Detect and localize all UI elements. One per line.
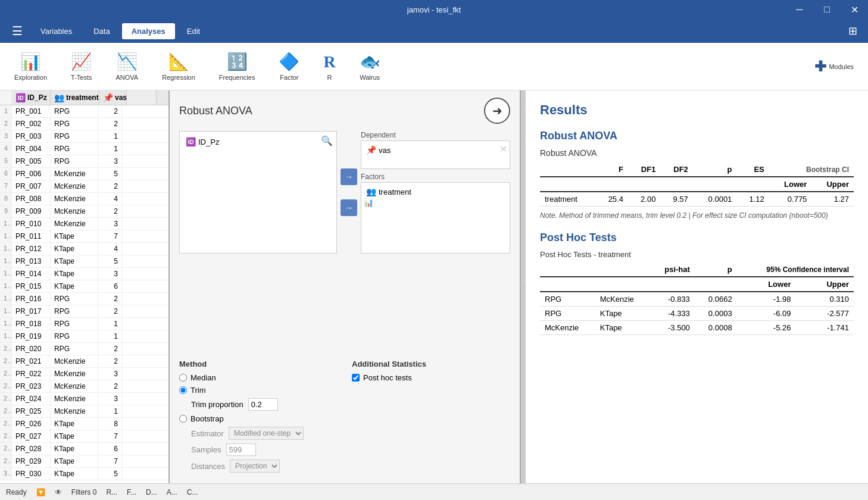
row-num-cell: 13 (0, 255, 12, 267)
anova-th2-df1 (628, 177, 660, 192)
table-row[interactable]: 13 PR_013 KTape 5 (0, 255, 168, 268)
table-row[interactable]: 29 PR_029 KTape 7 (0, 455, 168, 468)
bootstrap-radio[interactable] (179, 415, 187, 423)
results-panel: Results Robust ANOVA Robust ANOVA F DF1 … (526, 90, 868, 483)
toolbar-regression[interactable]: 📐 Regression (157, 49, 200, 83)
col-header-treatment[interactable]: 👥 treatment (51, 90, 99, 105)
table-row[interactable]: 3 PR_003 RPG 1 (0, 130, 168, 143)
table-row[interactable]: 20 PR_020 RPG 2 (0, 343, 168, 355)
toolbar-anova[interactable]: 📉 ANOVA (111, 49, 143, 83)
table-row[interactable]: 6 PR_006 McKenzie 5 (0, 168, 168, 180)
posthoc-checkbox[interactable] (352, 374, 360, 382)
menu-tab-analyses[interactable]: Analyses (122, 23, 175, 39)
ph-g2: KTape (595, 307, 651, 321)
expand-icon[interactable]: ⊞ (844, 22, 862, 40)
table-row[interactable]: 24 PR_024 McKenzie 3 (0, 393, 168, 405)
table-row[interactable]: 11 PR_011 KTape 7 (0, 230, 168, 243)
table-row[interactable]: 12 PR_012 KTape 4 (0, 243, 168, 255)
table-row[interactable]: 2 PR_002 RPG 2 (0, 118, 168, 130)
id-cell: PR_017 (12, 305, 51, 317)
spreadsheet-body[interactable]: 1 PR_001 RPG 2 2 PR_002 RPG 2 3 PR_003 R… (0, 105, 168, 483)
minimize-button[interactable]: ─ (786, 0, 813, 19)
anova-row-upper: 1.27 (811, 192, 854, 207)
distances-select[interactable]: Projection (230, 460, 280, 473)
var-source-box[interactable]: 🆔 ID_Pz 🔍 (179, 131, 337, 254)
toolbar-r[interactable]: R R (319, 50, 340, 83)
table-row[interactable]: 14 PR_014 KTape 3 (0, 268, 168, 280)
vas-cell: 5 (98, 468, 122, 480)
trim-proportion-row: Trim proportion (191, 398, 338, 411)
anova-row-f: 25.4 (595, 192, 627, 207)
id-cell: PR_023 (12, 380, 51, 392)
menu-tab-edit[interactable]: Edit (177, 23, 210, 39)
toolbar-frequencies[interactable]: 🔢 Frequencies (214, 49, 260, 83)
table-row[interactable]: 26 PR_026 KTape 8 (0, 418, 168, 430)
anova-row-df2: 9.57 (660, 192, 692, 207)
exploration-label: Exploration (14, 74, 47, 81)
maximize-button[interactable]: □ (813, 0, 841, 19)
source-var-id[interactable]: 🆔 ID_Pz (183, 135, 333, 148)
table-row[interactable]: 17 PR_017 RPG 2 (0, 305, 168, 318)
samples-input[interactable] (226, 443, 256, 456)
table-row[interactable]: 8 PR_008 McKenzie 4 (0, 193, 168, 205)
table-row[interactable]: 1 PR_001 RPG 2 (0, 105, 168, 118)
clear-dependent-icon[interactable]: ✕ (499, 143, 507, 155)
arrow-factors-button[interactable]: → (341, 199, 357, 216)
table-row[interactable]: 5 PR_005 RPG 3 (0, 155, 168, 168)
table-row[interactable]: 22 PR_022 McKenzie 3 (0, 368, 168, 380)
search-icon[interactable]: 🔍 (321, 135, 333, 146)
hamburger-menu[interactable]: ☰ (6, 20, 29, 42)
table-row[interactable]: 19 PR_019 RPG 1 (0, 330, 168, 343)
menu-tab-variables[interactable]: Variables (31, 23, 82, 39)
results-title: Results (540, 102, 854, 118)
anova-th2-f (595, 177, 627, 192)
posthoc-th-g2 (595, 262, 651, 277)
samples-row: Samples (191, 443, 338, 456)
row-num-cell: 12 (0, 243, 12, 255)
estimator-select[interactable]: Modified one-step (229, 427, 304, 440)
anova-th2-lower: Lower (769, 177, 812, 192)
robust-anova-title: Robust ANOVA (540, 130, 854, 142)
panel-divider[interactable]: ⋮ (521, 90, 526, 483)
posthoc-th2-psihat (650, 277, 694, 292)
trim-radio[interactable] (179, 386, 187, 394)
toolbar-exploration[interactable]: 📊 Exploration (10, 49, 52, 83)
toolbar-walrus[interactable]: 🐟 Walrus (355, 49, 385, 83)
close-button[interactable]: ✕ (841, 0, 868, 19)
treatment-col-icon: 👥 (54, 93, 64, 102)
col-header-vas[interactable]: 📌 vas (99, 90, 127, 105)
table-row[interactable]: 28 PR_028 KTape 6 (0, 443, 168, 455)
treatment-cell: McKenzie (51, 218, 98, 230)
table-row[interactable]: 21 PR_021 McKenzie 2 (0, 355, 168, 368)
table-row[interactable]: 10 PR_010 McKenzie 3 (0, 218, 168, 230)
treatment-cell: McKenzie (51, 393, 98, 405)
spreadsheet-panel: 🆔 ID_Pz 👥 treatment 📌 vas 1 PR_001 RPG 2… (0, 90, 170, 483)
table-row[interactable]: 7 PR_007 McKenzie 2 (0, 180, 168, 193)
arrow-dependent-button[interactable]: → (341, 168, 357, 185)
table-row[interactable]: 9 PR_009 McKenzie 2 (0, 205, 168, 218)
table-row[interactable]: 15 PR_015 KTape 6 (0, 280, 168, 293)
toolbar-factor[interactable]: 🔷 Factor (274, 49, 304, 83)
table-row[interactable]: 27 PR_027 KTape 7 (0, 430, 168, 443)
anova-th-df1: DF1 (628, 162, 660, 177)
vas-target-icon: 📌 (366, 145, 376, 155)
table-row[interactable]: 25 PR_025 McKenzie 1 (0, 405, 168, 418)
go-button[interactable]: ➜ (484, 98, 510, 124)
table-row[interactable]: 16 PR_016 RPG 2 (0, 293, 168, 305)
chart-icon: 📊 (364, 198, 373, 207)
toolbar-ttests[interactable]: 📈 T-Tests (66, 49, 96, 83)
col-header-id[interactable]: 🆔 ID_Pz (12, 90, 51, 105)
table-row[interactable]: 18 PR_018 RPG 1 (0, 318, 168, 330)
median-radio[interactable] (179, 374, 187, 382)
anova-th2-label (540, 177, 595, 192)
table-row[interactable]: 4 PR_004 RPG 1 (0, 143, 168, 155)
table-row[interactable]: 30 PR_030 KTape 5 (0, 468, 168, 480)
factors-box[interactable]: 👥 treatment 📊 (361, 182, 510, 254)
vas-cell: 1 (98, 330, 122, 342)
menu-tab-data[interactable]: Data (84, 23, 119, 39)
dependent-box[interactable]: 📌 vas ✕ (361, 140, 510, 169)
table-row[interactable]: 23 PR_023 McKenzie 2 (0, 380, 168, 393)
row-num-cell: 11 (0, 230, 12, 242)
toolbar-modules[interactable]: ✚ Modules (810, 56, 858, 77)
trim-proportion-input[interactable] (248, 398, 278, 411)
